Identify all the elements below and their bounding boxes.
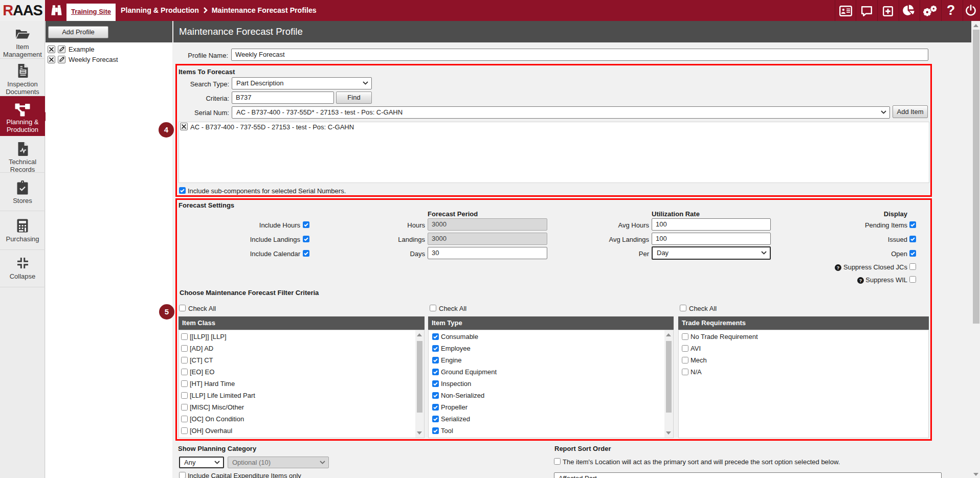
svg-text:?: ? xyxy=(859,278,862,283)
svg-text:?: ? xyxy=(837,265,840,270)
